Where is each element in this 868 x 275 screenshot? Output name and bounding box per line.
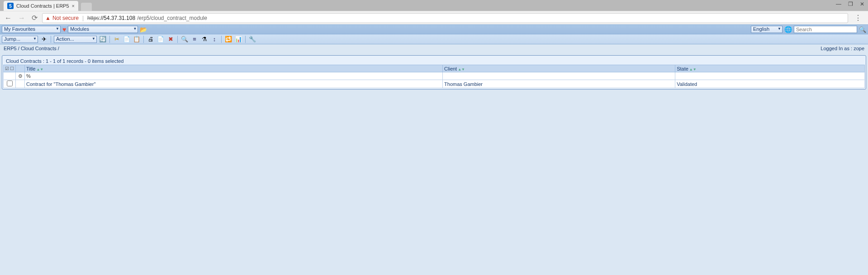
minimize-icon[interactable]: — xyxy=(835,1,843,7)
tab-close-icon[interactable]: × xyxy=(72,3,75,9)
filter-action-icon[interactable]: ⚙ xyxy=(16,72,25,80)
header-check-all[interactable]: ☑ ☐ xyxy=(4,65,16,72)
header-icon-col xyxy=(16,65,25,72)
breadcrumb-row: ERP5 / Cloud Contracts / Logged In as : … xyxy=(0,44,868,52)
exchange-icon[interactable]: 🔁 xyxy=(224,35,232,43)
not-secure-label: Not secure xyxy=(52,15,79,21)
breadcrumb-module[interactable]: Cloud Contracts xyxy=(21,46,57,51)
header-title[interactable]: Title▲▼ xyxy=(25,65,443,72)
jump-select[interactable]: Jump... xyxy=(2,36,38,43)
tab-bar: 5 Cloud Contracts | ERP5 × — ❐ ✕ xyxy=(0,0,868,11)
row-checkbox[interactable] xyxy=(7,81,13,86)
filter-state-input[interactable] xyxy=(677,73,863,79)
filter-title-input[interactable] xyxy=(26,73,441,79)
language-label: English xyxy=(753,26,769,32)
delete-icon[interactable]: ✖ xyxy=(166,35,175,43)
action-select[interactable]: Action... xyxy=(54,36,97,43)
reload-button[interactable]: ⟳ xyxy=(30,14,39,22)
search-icon[interactable]: 🔍 xyxy=(859,26,866,33)
close-window-icon[interactable]: ✕ xyxy=(858,1,866,7)
table-row: Contract for "Thomas Gambier" Thomas Gam… xyxy=(4,80,865,88)
print-icon[interactable]: 🖨 xyxy=(147,35,155,43)
cut-icon[interactable]: ✂ xyxy=(113,35,121,43)
breadcrumb-root[interactable]: ERP5 xyxy=(4,46,17,51)
row-client: Thomas Gambier xyxy=(443,80,675,88)
forward-button[interactable]: → xyxy=(16,14,27,22)
action-label: Action... xyxy=(56,36,74,42)
favicon: 5 xyxy=(7,3,14,9)
sort-arrows-icon[interactable]: ▲▼ xyxy=(689,67,697,71)
check-all-icon[interactable]: ☑ xyxy=(5,66,9,71)
listbox-title: Cloud Contracts xyxy=(6,58,42,64)
header-client[interactable]: Client▲▼ xyxy=(443,65,675,72)
filter-row: ⚙ xyxy=(4,72,865,80)
translate-icon[interactable]: 🌐 xyxy=(784,26,792,33)
url-input[interactable]: ▲ Not secure | https://54.37.31.108/erp5… xyxy=(42,13,848,23)
browser-tab[interactable]: 5 Cloud Contracts | ERP5 × xyxy=(4,1,78,11)
browser-chrome: 5 Cloud Contracts | ERP5 × — ❐ ✕ ← → ⟳ ▲… xyxy=(0,0,868,24)
sort-icon[interactable]: ↕ xyxy=(210,35,218,43)
filter-client-input[interactable] xyxy=(444,73,674,79)
find-icon[interactable]: 🔍 xyxy=(180,35,189,43)
header-state[interactable]: State▲▼ xyxy=(675,65,865,72)
address-bar: ← → ⟳ ▲ Not secure | https://54.37.31.10… xyxy=(0,11,868,24)
jump-label: Jump... xyxy=(4,36,20,42)
paste-icon[interactable]: 📋 xyxy=(133,35,141,43)
favourites-label: My Favourites xyxy=(4,26,35,32)
new-tab-button[interactable] xyxy=(81,3,92,11)
filter-spacer xyxy=(4,72,16,80)
open-folder-icon[interactable]: 📂 xyxy=(140,26,147,33)
sort-arrows-icon[interactable]: ▲▼ xyxy=(458,67,465,71)
language-select[interactable]: English xyxy=(751,26,783,33)
url-host: https://54.37.31.108 xyxy=(87,15,135,21)
row-title-link[interactable]: Contract for "Thomas Gambier" xyxy=(26,81,95,87)
url-path: /erp5/cloud_contract_module xyxy=(137,15,207,21)
modules-label: Modules xyxy=(70,26,89,32)
browser-menu-icon[interactable]: ⋮ xyxy=(851,14,865,22)
sort-arrows-icon[interactable]: ▲▼ xyxy=(36,67,43,71)
modules-select[interactable]: Modules xyxy=(68,26,138,33)
jump-go-icon[interactable]: ✈ xyxy=(40,35,48,43)
row-state: Validated xyxy=(675,80,865,88)
configure-icon[interactable]: 🔧 xyxy=(248,35,256,43)
back-button[interactable]: ← xyxy=(3,14,14,22)
tab-title: Cloud Contracts | ERP5 xyxy=(16,3,69,9)
maximize-icon[interactable]: ❐ xyxy=(846,1,854,7)
action-go-icon[interactable]: 🔄 xyxy=(99,35,107,43)
breadcrumb-trailing: / xyxy=(58,46,59,51)
copy-icon[interactable]: 📄 xyxy=(123,35,131,43)
favourites-select[interactable]: My Favourites xyxy=(2,26,61,33)
listbox-summary: : 1 - 1 of 1 records - 0 items selected xyxy=(42,58,124,64)
report-icon[interactable]: 📊 xyxy=(234,35,242,43)
new-icon[interactable]: 📄 xyxy=(157,35,165,43)
heart-icon[interactable]: ♥ xyxy=(62,26,66,33)
window-controls: — ❐ ✕ xyxy=(835,1,866,7)
login-info: Logged In as : zope xyxy=(821,46,864,51)
listbox-title-row: Cloud Contracts : 1 - 1 of 1 records - 0… xyxy=(2,57,866,65)
filter-icon[interactable]: ⚗ xyxy=(200,35,209,43)
warning-icon: ▲ xyxy=(45,15,51,21)
uncheck-all-icon[interactable]: ☐ xyxy=(10,66,14,71)
show-all-icon[interactable]: ≡ xyxy=(190,35,199,43)
separator: | xyxy=(82,15,84,21)
listbox: Cloud Contracts : 1 - 1 of 1 records - 0… xyxy=(2,55,866,90)
global-search-input[interactable] xyxy=(794,26,857,33)
listbox-table: ☑ ☐ Title▲▼ Client▲▼ State▲▼ ⚙ xyxy=(3,65,865,88)
erp-toolbar: Jump... ✈ Action... 🔄 ✂ 📄 📋 🖨 📄 ✖ 🔍 ≡ ⚗ … xyxy=(0,34,868,44)
erp-global-bar: My Favourites ♥ Modules 📂 English 🌐 🔍 xyxy=(0,24,868,34)
row-icon xyxy=(16,80,25,88)
